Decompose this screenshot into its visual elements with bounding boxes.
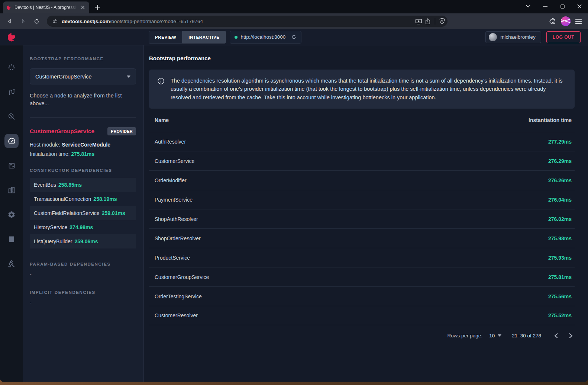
dep-row[interactable]: HistoryService274.98ms [30,220,136,234]
divider [30,117,136,118]
tab-close-icon[interactable] [80,4,86,11]
dep-name: EventBus [34,182,56,188]
dep-name: HistoryService [34,224,67,230]
preview-tab[interactable]: PREVIEW [149,31,182,44]
table-row[interactable]: OrderModifier276.26ms [149,170,575,190]
row-name: PaymentService [155,197,193,203]
table-row[interactable]: ProductService275.93ms [149,248,575,267]
target-url-box[interactable]: http://localhost:8000 [230,31,302,44]
url-text[interactable]: devtools.nestjs.com/bootstrap-performanc… [62,19,415,24]
browser-tab[interactable]: Devtools | NestJS - A progressive [3,1,89,13]
row-name: OrderTestingService [155,293,202,299]
rows-per-page: Rows per page: 10 [448,333,502,339]
close-window-button[interactable] [571,0,588,13]
cast-icon[interactable] [415,18,422,25]
app-header: PREVIEW INTERACTIVE http://localhost:800… [0,29,588,45]
chevron-down-icon [498,334,501,337]
info-icon [157,77,165,102]
docs-icon[interactable] [4,232,19,246]
speedometer-icon[interactable] [4,134,19,148]
extensions-icon[interactable] [549,18,556,25]
tab-strip: Devtools | NestJS - A progressive [0,0,588,13]
col-name: Name [155,117,169,123]
user-menu[interactable]: michaelbromley [485,31,541,43]
browser-toolbar: devtools.nestjs.com/bootstrap-performanc… [0,13,588,29]
prev-page-button[interactable] [554,333,559,338]
tab-search-icon[interactable] [520,0,537,13]
new-tab-button[interactable] [92,2,103,12]
interactive-tab[interactable]: INTERACTIVE [182,31,226,44]
rows-per-page-select[interactable]: 10 [489,333,501,339]
row-name: OrderModifier [155,177,187,183]
dep-time: 259.01ms [102,210,125,216]
status-dot [235,36,238,39]
dep-row[interactable]: ListQueryBuilder259.06ms [30,234,136,248]
nestjs-logo-icon[interactable] [0,29,23,45]
next-page-button[interactable] [568,333,573,338]
table-row[interactable]: AuthResolver277.29ms [149,132,575,151]
table-row[interactable]: PaymentService276.04ms [149,190,575,209]
row-time: 275.98ms [548,235,572,241]
node-select[interactable]: CustomerGroupService [30,68,136,84]
mode-toggle: PREVIEW INTERACTIVE [149,31,226,44]
devtools-app: PREVIEW INTERACTIVE http://localhost:800… [0,29,588,382]
nestjs-favicon-icon [6,5,12,10]
rows-per-page-label: Rows per page: [448,333,483,339]
row-name: ShopOrderResolver [155,235,201,241]
dep-row[interactable]: CustomFieldRelationService259.01ms [30,206,136,220]
row-time: 276.26ms [548,177,572,183]
row-name: CustomerService [155,158,194,164]
gavel-icon[interactable] [4,257,19,271]
dep-row[interactable]: EventBus258.85ms [30,178,136,192]
maximize-button[interactable] [554,0,571,13]
address-bar[interactable]: devtools.nestjs.com/bootstrap-performanc… [47,16,448,27]
dep-time: 274.98ms [70,224,93,230]
panel-hint: Choose a node to analyze from the list a… [30,92,123,108]
dep-name: TransactionalConnection [34,196,91,202]
param-deps-title: PARAM-BASED DEPENDENCIES [30,262,136,266]
routes-icon[interactable] [4,85,19,99]
refresh-target-icon[interactable] [291,34,297,40]
init-time-value: 275.81ms [71,151,94,157]
row-time: 276.04ms [548,197,572,203]
row-time: 276.02ms [548,216,572,222]
table-row[interactable]: OrderTestingService275.56ms [149,286,575,306]
share-icon[interactable] [424,18,431,25]
panel-section-title: BOOTSTRAP PERFORMANCE [30,57,104,61]
reload-button[interactable] [30,15,42,27]
back-button[interactable] [4,15,16,27]
user-avatar [489,33,497,41]
pagination-range: 21–30 of 278 [512,333,541,339]
init-time-label: Initialization time: [30,151,71,157]
host-module-label: Host module: [30,142,62,148]
dep-name: CustomFieldRelationService [34,210,100,216]
table-row[interactable]: CustomerService276.29ms [149,151,575,170]
logout-button[interactable]: LOG OUT [546,31,581,43]
brave-shield-icon[interactable] [439,18,445,25]
site-settings-icon[interactable] [52,18,58,24]
graph-icon[interactable] [4,60,19,74]
inspect-icon[interactable] [4,109,19,123]
table-row[interactable]: CustomerResolver275.52ms [149,306,575,325]
dep-row[interactable]: TransactionalConnection258.19ms [30,192,136,206]
modules-icon[interactable] [4,183,19,197]
row-time: 275.56ms [548,293,572,299]
page-title: Bootstrap performance [149,55,575,61]
chevron-down-icon [127,76,130,78]
gear-icon[interactable] [4,208,19,222]
checklist-icon[interactable] [4,158,19,173]
info-text: The dependencies resolution algorithm is… [171,77,566,102]
table-row[interactable]: ShopOrderResolver275.98ms [149,228,575,248]
row-time: 275.52ms [548,312,572,318]
minimize-button[interactable] [537,0,554,13]
constructor-deps-title: CONSTRUCTOR DEPENDENCIES [30,168,136,173]
host-module-value: ServiceCoreModule [62,142,110,148]
table-row[interactable]: CustomerGroupService275.81ms [149,267,575,286]
nav-rail [0,45,23,382]
dep-name: ListQueryBuilder [34,238,72,244]
menu-icon[interactable] [575,19,582,24]
url-path: /bootstrap-performance?node=-65179764 [110,19,203,24]
table-row[interactable]: ShopAuthResolver276.02ms [149,209,575,228]
browser-profile-avatar[interactable] [561,16,571,26]
forward-button[interactable] [17,15,29,27]
